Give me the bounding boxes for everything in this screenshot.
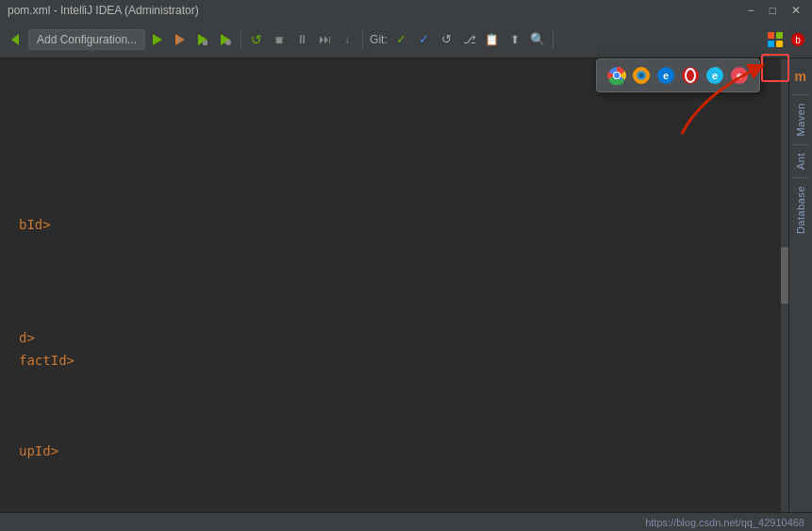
stop-button[interactable]: ■ — [269, 29, 290, 50]
code-line-empty-3 — [0, 123, 788, 145]
right-panel: m Maven Ant Database — [788, 58, 812, 512]
run-coverage-button[interactable] — [192, 29, 213, 50]
code-line-empty-5 — [0, 168, 788, 191]
editor-scrollbar[interactable] — [781, 58, 788, 512]
svg-point-19 — [638, 73, 644, 78]
back-arrow-icon[interactable] — [4, 28, 26, 51]
code-line-1: bId> — [0, 213, 788, 236]
svg-marker-0 — [11, 34, 19, 45]
code-line-empty-4 — [0, 145, 788, 168]
separator-1 — [240, 30, 241, 49]
code-line-empty-11 — [0, 372, 788, 394]
extra-icon[interactable]: b — [787, 29, 808, 50]
git-branch-icon[interactable]: ⎇ — [459, 29, 480, 50]
svg-text:e: e — [663, 70, 669, 81]
status-url: https://blog.csdn.net/qq_42910468 — [645, 517, 804, 528]
ant-panel-button[interactable]: Ant — [795, 147, 806, 175]
database-panel-button[interactable]: Database — [795, 180, 806, 240]
svg-marker-1 — [153, 34, 162, 45]
panel-divider-3 — [792, 177, 809, 178]
svg-point-7 — [225, 40, 231, 45]
scrollbar-thumb[interactable] — [781, 247, 788, 304]
svg-rect-11 — [776, 41, 783, 47]
editor-area[interactable]: bId> d> factId> upId> — [0, 58, 788, 512]
code-line-empty-10 — [0, 304, 788, 326]
title-bar: pom.xml - IntelliJ IDEA (Administrator) … — [0, 0, 812, 21]
search-icon[interactable]: 🔍 — [527, 29, 548, 50]
window-controls: − □ ✕ — [744, 4, 804, 17]
add-configuration-button[interactable]: Add Configuration... — [28, 29, 145, 50]
pause-button[interactable]: ⏸ — [291, 29, 312, 50]
git-check-blue-icon[interactable]: ✓ — [414, 29, 435, 50]
run-button[interactable] — [147, 29, 168, 50]
code-line-empty-13 — [0, 417, 788, 440]
git-history-icon[interactable]: 📋 — [482, 29, 503, 50]
status-bar: https://blog.csdn.net/qq_42910468 — [0, 512, 812, 531]
debug-button[interactable] — [170, 29, 191, 50]
ms-office-icon[interactable] — [765, 29, 786, 50]
git-refresh-icon[interactable]: ↺ — [437, 29, 457, 50]
maximize-button[interactable]: □ — [766, 4, 780, 17]
profile-button[interactable] — [215, 29, 236, 50]
svg-rect-5 — [203, 41, 207, 45]
minimize-button[interactable]: − — [744, 4, 758, 17]
code-line-empty-8 — [0, 258, 788, 281]
edge-new-icon[interactable]: e — [729, 65, 750, 86]
chrome-icon[interactable] — [606, 65, 627, 86]
window-title: pom.xml - IntelliJ IDEA (Administrator) — [8, 4, 199, 17]
maven-panel-button[interactable]: Maven — [795, 97, 806, 142]
edge-blue-icon[interactable]: e — [655, 65, 676, 86]
svg-rect-9 — [776, 32, 783, 39]
code-line-empty-9 — [0, 281, 788, 304]
rerun-button[interactable]: ↺ — [246, 29, 267, 50]
panel-divider-2 — [792, 144, 809, 145]
maven-m-label[interactable]: m — [795, 63, 807, 90]
svg-rect-8 — [768, 32, 774, 39]
firefox-icon[interactable] — [631, 65, 652, 86]
ie-icon[interactable]: e — [704, 65, 725, 86]
svg-text:e: e — [712, 70, 718, 81]
svg-point-16 — [614, 73, 620, 78]
close-button[interactable]: ✕ — [787, 4, 804, 17]
svg-rect-10 — [768, 41, 774, 47]
code-line-3: factId> — [0, 349, 788, 372]
svg-text:b: b — [795, 35, 801, 45]
code-line-empty-6 — [0, 191, 788, 213]
separator-2 — [362, 30, 363, 49]
code-line-empty-7 — [0, 236, 788, 258]
code-line-empty-12 — [0, 394, 788, 417]
svg-rect-3 — [178, 37, 180, 42]
main-toolbar: Add Configuration... ↺ ■ ⏸ ⏭ ↓ Git: ✓ ✓ … — [0, 21, 812, 58]
highlight-box — [761, 54, 789, 82]
browser-popup: e e e — [596, 58, 760, 92]
opera-icon[interactable] — [680, 65, 701, 86]
code-line-empty-2 — [0, 100, 788, 123]
main-area: bId> d> factId> upId> m — [0, 58, 812, 512]
svg-text:e: e — [737, 70, 742, 81]
step-into-button[interactable]: ↓ — [337, 29, 357, 50]
git-label: Git: — [370, 33, 388, 46]
code-content: bId> d> factId> upId> — [0, 58, 788, 481]
git-push-icon[interactable]: ⬆ — [505, 29, 525, 50]
panel-divider-1 — [792, 94, 809, 95]
step-button[interactable]: ⏭ — [314, 29, 335, 50]
code-line-4: upId> — [0, 440, 788, 462]
separator-3 — [553, 30, 554, 49]
code-line-2: d> — [0, 326, 788, 349]
git-check-green-icon[interactable]: ✓ — [391, 29, 412, 50]
